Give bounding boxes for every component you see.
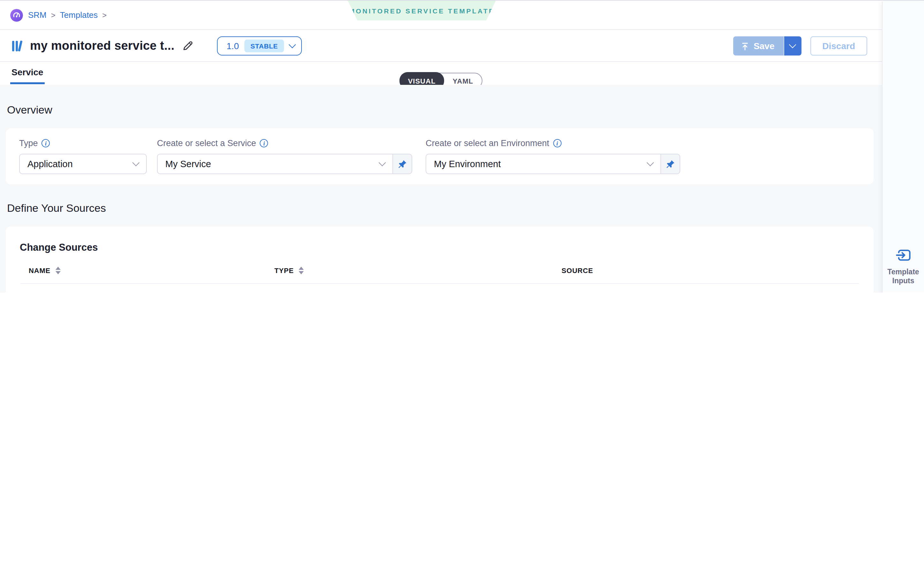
service-label: Create or select a Service: [157, 138, 256, 148]
change-sources-title: Change Sources: [20, 242, 874, 253]
template-icon: [10, 39, 24, 53]
chevron-down-icon: [647, 159, 654, 166]
info-icon[interactable]: i: [553, 139, 561, 147]
tab-service[interactable]: Service: [10, 67, 45, 84]
table-header: NAME TYPE SOURCE: [20, 257, 859, 284]
environment-label: Create or select an Environment: [426, 138, 549, 148]
environment-select-value: My Environment: [434, 159, 501, 169]
page-title: my monitored service t...: [30, 39, 175, 53]
version-number: 1.0: [226, 41, 239, 51]
service-pin-button[interactable]: [393, 154, 412, 174]
edit-title-button[interactable]: [181, 39, 195, 53]
service-select[interactable]: My Service: [157, 154, 393, 174]
save-button[interactable]: Save: [733, 36, 801, 56]
pin-icon: [665, 159, 675, 169]
save-options-button[interactable]: [783, 36, 801, 56]
template-inputs-label: Template Inputs: [885, 267, 922, 285]
upload-icon: [741, 42, 749, 50]
main-content: SRM > Templates > MONITORED SERVICE TEMP…: [0, 1, 882, 292]
column-name: NAME: [29, 266, 50, 274]
chevron-down-icon: [289, 41, 296, 48]
app-window: SRM > Templates > MONITORED SERVICE TEMP…: [0, 0, 924, 292]
service-select-value: My Service: [165, 159, 211, 169]
chevron-down-icon: [132, 159, 140, 166]
version-stable-badge: STABLE: [245, 40, 284, 52]
column-source: SOURCE: [561, 266, 593, 274]
change-sources-card: Change Sources NAME TYPE SOURCE Harness …: [6, 226, 874, 292]
type-label: Type: [19, 138, 38, 148]
template-inputs-icon: [895, 247, 912, 263]
template-type-badge: MONITORED SERVICE TEMPLATE: [348, 1, 496, 20]
breadcrumb-link-templates[interactable]: Templates: [60, 10, 98, 20]
template-inputs-button[interactable]: Template Inputs: [885, 247, 922, 285]
sort-icon[interactable]: [299, 266, 304, 274]
right-toolbar: Template Inputs Σ× Variables: [882, 1, 924, 292]
toggle-yaml[interactable]: YAML: [444, 77, 482, 84]
table-row[interactable]: Harness CD Next Gen Deployment ∞: [20, 284, 859, 292]
type-select-value: Application: [28, 159, 73, 169]
environment-select[interactable]: My Environment: [426, 154, 661, 174]
breadcrumb-separator: >: [102, 10, 107, 20]
breadcrumb-separator: >: [51, 10, 56, 20]
title-bar: my monitored service t... 1.0 STABLE VIS…: [0, 30, 882, 62]
breadcrumb-link-srm[interactable]: SRM: [28, 10, 46, 20]
chevron-down-icon: [379, 159, 386, 166]
pencil-icon: [182, 40, 194, 51]
breadcrumb: SRM > Templates >: [28, 10, 107, 20]
environment-pin-button[interactable]: [661, 154, 680, 174]
chevron-down-icon: [789, 41, 796, 48]
overview-card: Type i Application Create or select a Se…: [6, 128, 874, 185]
info-icon[interactable]: i: [42, 139, 50, 147]
save-button-label: Save: [754, 41, 774, 51]
sort-icon[interactable]: [56, 266, 61, 274]
page-body: Overview Type i Application Create or se…: [0, 85, 882, 292]
overview-heading: Overview: [7, 104, 874, 117]
header-actions: Save Discard: [733, 36, 867, 56]
define-sources-heading: Define Your Sources: [7, 202, 874, 215]
column-type: TYPE: [274, 266, 294, 274]
discard-button[interactable]: Discard: [810, 36, 867, 56]
change-sources-table: NAME TYPE SOURCE Harness CD Next Gen Dep…: [20, 257, 859, 292]
harness-srm-logo-icon: [10, 8, 23, 21]
type-select[interactable]: Application: [19, 154, 147, 174]
pin-icon: [398, 159, 407, 169]
info-icon[interactable]: i: [260, 139, 268, 147]
version-selector[interactable]: 1.0 STABLE: [217, 36, 302, 56]
